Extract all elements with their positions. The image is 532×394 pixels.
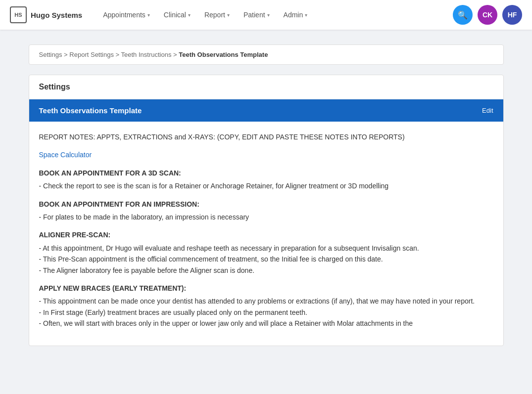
chevron-down-icon: ▾ — [227, 12, 230, 18]
chevron-down-icon: ▾ — [267, 12, 270, 18]
section-impression: BOOK AN APPOINTMENT FOR AN IMPRESSION: -… — [39, 199, 493, 223]
nav-item-appointments[interactable]: Appointments ▾ — [97, 7, 156, 23]
body-3d-scan: - Check the report to see is the scan is… — [39, 182, 389, 190]
brand-logo-icon: HS — [10, 6, 27, 23]
breadcrumb-settings[interactable]: Settings — [39, 51, 62, 58]
main-content: Settings > Report Settings > Teeth Instr… — [19, 44, 514, 346]
title-impression: BOOK AN APPOINTMENT FOR AN IMPRESSION: — [39, 199, 493, 210]
brand-logo-text: HS — [14, 12, 22, 18]
nav-item-admin[interactable]: Admin ▾ — [278, 7, 314, 23]
user-hf-avatar[interactable]: HF — [502, 5, 522, 25]
nav-item-patient[interactable]: Patient ▾ — [238, 7, 276, 23]
edit-link[interactable]: Edit — [482, 107, 493, 114]
user-ck-initials: CK — [483, 11, 492, 19]
navbar-actions: 🔍 CK HF — [453, 5, 522, 25]
search-button[interactable]: 🔍 — [453, 5, 473, 25]
line-braces-1: - This appointment can be made once your… — [39, 296, 493, 306]
line-aligner-3: - The Aligner laboratory fee is payable … — [39, 265, 493, 276]
line-braces-2: - In First stage (Early) treatment brace… — [39, 307, 493, 318]
nav-menu: Appointments ▾ Clinical ▾ Report ▾ Patie… — [97, 7, 453, 23]
chevron-down-icon: ▾ — [305, 12, 307, 18]
space-calculator-link[interactable]: Space Calculator — [39, 151, 92, 159]
title-3d-scan: BOOK AN APPOINTMENT FOR A 3D SCAN: — [39, 168, 493, 178]
brand-name: Hugo Systems — [31, 11, 82, 19]
user-ck-avatar[interactable]: CK — [478, 5, 497, 25]
user-hf-initials: HF — [508, 11, 517, 19]
breadcrumb-sep1: > — [64, 51, 69, 58]
navbar: HS Hugo Systems Appointments ▾ Clinical … — [0, 0, 532, 30]
breadcrumb-report-settings[interactable]: Report Settings — [69, 51, 114, 58]
brand-logo-link[interactable]: HS Hugo Systems — [10, 6, 82, 23]
section-apply-braces: APPLY NEW BRACES (EARLY TREATMENT): - Th… — [39, 283, 493, 329]
search-icon: 🔍 — [458, 10, 468, 20]
breadcrumb-teeth-instructions[interactable]: Teeth Instructions — [121, 51, 172, 58]
body-impression: - For plates to be made in the laborator… — [39, 213, 249, 221]
content-area: REPORT NOTES: APPTS, EXTRACTIONS and X-R… — [29, 122, 503, 346]
breadcrumb-sep2: > — [116, 51, 121, 58]
section-title: Teeth Observations Template — [39, 106, 142, 115]
chevron-down-icon: ▾ — [147, 12, 150, 18]
section-aligner-prescan: ALIGNER PRE-SCAN: - At this appointment,… — [39, 229, 493, 276]
line-aligner-1: - At this appointment, Dr Hugo will eval… — [39, 243, 493, 254]
chevron-down-icon: ▾ — [188, 12, 191, 18]
line-braces-3: - Often, we will start with braces only … — [39, 318, 493, 329]
settings-heading: Settings — [29, 75, 503, 99]
line-aligner-2: - This Pre-Scan appointment is the offic… — [39, 254, 493, 264]
breadcrumb: Settings > Report Settings > Teeth Instr… — [29, 44, 504, 65]
nav-item-report[interactable]: Report ▾ — [198, 7, 236, 23]
settings-card: Settings Teeth Observations Template Edi… — [29, 75, 504, 346]
section-3d-scan: BOOK AN APPOINTMENT FOR A 3D SCAN: - Che… — [39, 168, 493, 192]
nav-item-clinical[interactable]: Clinical ▾ — [158, 7, 196, 23]
report-notes-text: REPORT NOTES: APPTS, EXTRACTIONS and X-R… — [39, 131, 493, 142]
title-apply-braces: APPLY NEW BRACES (EARLY TREATMENT): — [39, 283, 493, 294]
breadcrumb-sep3: > — [173, 51, 179, 58]
section-header-active: Teeth Observations Template Edit — [29, 99, 503, 122]
breadcrumb-active: Teeth Observations Template — [179, 51, 268, 58]
title-aligner-prescan: ALIGNER PRE-SCAN: — [39, 229, 493, 240]
